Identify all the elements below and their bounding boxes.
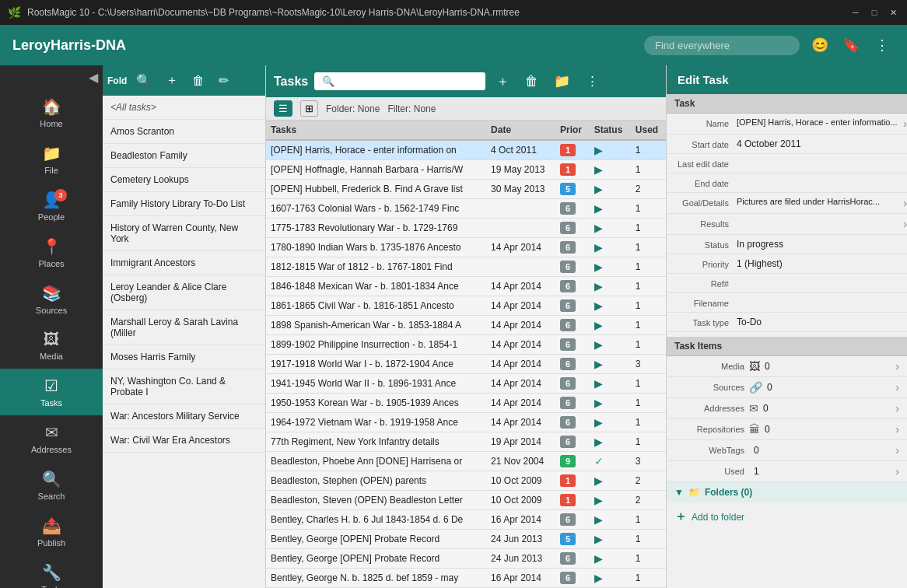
col-used[interactable]: Used [631,121,666,140]
collapse-sidebar-button[interactable]: ◀ [89,70,98,85]
status-cell: ▶ [590,316,631,335]
status-cell: ▶ [590,219,631,238]
table-row[interactable]: 1812-1815 War of 1812 - b. 1767-1801 Fin… [266,257,666,277]
maximize-button[interactable]: □ [868,6,881,19]
edit-toolbar-button[interactable]: ✏ [214,71,233,90]
sidebar-item-sources[interactable]: 📚 Sources [0,276,103,323]
sidebar-item-media[interactable]: 🖼 Media [0,323,103,369]
table-row[interactable]: 1861-1865 Civil War - b. 1816-1851 Ances… [266,296,666,316]
smiley-icon-button[interactable]: 😊 [807,33,832,58]
table-row[interactable]: 1775-1783 Revolutionary War - b. 1729-17… [266,219,666,238]
sidebar-item-places[interactable]: 📍 Places [0,229,103,276]
addresses-item-arrow[interactable]: › [895,402,899,415]
add-folder-row[interactable]: ＋ Add to folder [667,502,907,531]
more-task-button[interactable]: ⋮ [581,71,604,92]
table-row[interactable]: Bentley, George [OPEN] Probate Record24 … [266,530,666,549]
sources-item-arrow[interactable]: › [895,381,899,394]
used-cell: 1 [631,569,666,588]
media-item-arrow[interactable]: › [895,360,899,373]
delete-task-button[interactable]: 🗑 [520,72,543,92]
name-arrow[interactable]: › [903,117,907,130]
table-row[interactable]: [OPEN] Hubbell, Frederick B. Find A Grav… [266,180,666,199]
table-row[interactable]: 1899-1902 Philippine Insurrection - b. 1… [266,335,666,355]
search-toolbar-button[interactable]: 🔍 [131,71,156,90]
table-row[interactable]: 1941-1945 World War II - b. 1896-1931 An… [266,374,666,394]
used-item-arrow[interactable]: › [895,465,899,478]
home-icon: 🏠 [42,97,61,116]
table-row[interactable]: 1964-1972 Vietnam War - b. 1919-1958 Anc… [266,413,666,432]
list-item-moses-harris[interactable]: Moses Harris Family [103,345,265,369]
table-row[interactable]: 1917-1918 World War I - b. 1872-1904 Anc… [266,355,666,374]
repositories-item-arrow[interactable]: › [895,423,899,436]
sidebar-item-file[interactable]: 📁 File [0,136,103,183]
field-status: Status In progress [667,235,907,254]
list-item-ancestors-military[interactable]: War: Ancestors Military Service [103,404,265,429]
sidebar-item-addresses[interactable]: ✉ Addresses [0,415,103,462]
window-controls: ─ □ ✕ [849,6,899,19]
webtags-item-arrow[interactable]: › [895,444,899,457]
find-everywhere-input[interactable] [644,36,800,55]
table-row[interactable]: Beadleston, Stephen (OPEN) parents10 Oct… [266,471,666,491]
sidebar-label-tasks: Tasks [40,398,62,408]
status-cell: ▶ [590,432,631,452]
table-row[interactable]: [OPEN] Hoffnagle, Hannah Barbara - Harri… [266,160,666,180]
list-item[interactable]: NY, Washington Co. Land & Probate I [103,369,265,404]
results-arrow[interactable]: › [903,218,907,230]
table-row[interactable]: Beadleston, Steven (OPEN) Beadleston Let… [266,491,666,510]
list-item[interactable]: Beadleston Family [103,144,265,168]
delete-toolbar-button[interactable]: 🗑 [187,72,209,90]
task-cell: 1941-1945 World War II - b. 1896-1931 An… [266,374,486,394]
table-row[interactable]: 1846-1848 Mexican War - b. 1801-1834 Anc… [266,277,666,296]
table-row[interactable]: Beadleston, Phoebe Ann [DONE] Harrisena … [266,452,666,471]
table-row[interactable]: 1607-1763 Colonial Wars - b. 1562-1749 F… [266,199,666,219]
list-item[interactable]: Marshall Leroy & Sarah Lavina (Miller [103,310,265,345]
table-row[interactable]: Bentley, Charles H. b. 6 Jul 1843-1854 d… [266,510,666,530]
date-cell: 14 Apr 2014 [486,238,555,257]
col-tasks[interactable]: Tasks [266,121,486,140]
table-row[interactable]: Bentley, George N. b. 1825 d. bef 1859 -… [266,569,666,588]
tasks-search-input[interactable] [314,72,485,90]
table-row[interactable]: 1898 Spanish-American War - b. 1853-1884… [266,316,666,335]
sidebar-item-people[interactable]: 👤 3 People [0,183,103,229]
list-item[interactable]: Amos Scranton [103,120,265,144]
table-row[interactable]: 1780-1890 Indian Wars b. 1735-1876 Ances… [266,238,666,257]
folder-task-button[interactable]: 📁 [549,71,575,92]
more-options-button[interactable]: ⋮ [870,33,895,58]
list-view-button[interactable]: ☰ [274,100,292,117]
table-row[interactable]: 1950-1953 Korean War - b. 1905-1939 Ance… [266,394,666,413]
table-row[interactable]: 77th Regiment, New York Infantry details… [266,432,666,452]
grid-view-button[interactable]: ⊞ [300,100,318,117]
field-name: Name [OPEN] Harris, Horace - enter infor… [667,114,907,135]
sidebar-item-tools[interactable]: 🔧 Tools [0,555,103,588]
task-cell: 1861-1865 Civil War - b. 1816-1851 Ances… [266,296,486,316]
sidebar-item-search[interactable]: 🔍 Search [0,462,103,509]
close-button[interactable]: ✕ [887,6,899,19]
date-cell: 10 Oct 2009 [486,471,555,491]
all-tasks-item[interactable]: <All tasks> [103,96,265,120]
table-row[interactable]: Bentley, George [OPEN] Probate Record24 … [266,549,666,569]
priority-cell: 5 [555,530,590,549]
field-ref: Ref# [667,274,907,293]
list-item[interactable]: War: Civil War Era Ancestors [103,429,265,453]
sidebar-item-publish[interactable]: 📤 Publish [0,509,103,555]
list-item[interactable]: Cemetery Lookups [103,168,265,192]
media-item-count: 0 [765,361,895,372]
col-status[interactable]: Status [590,121,631,140]
add-task-button[interactable]: ＋ [492,70,514,93]
folders-label: Folders (0) [705,487,752,498]
bookmark-icon-button[interactable]: 🔖 [839,33,863,58]
folders-expand-icon[interactable]: ▼ [674,487,684,498]
list-item[interactable]: Leroy Leander & Alice Clare (Osberg) [103,275,265,310]
used-item-label: Used [674,467,744,476]
minimize-button[interactable]: ─ [849,6,862,19]
list-item[interactable]: History of Warren County, New York [103,216,265,251]
sidebar-item-tasks[interactable]: ☑ Tasks [0,369,103,415]
table-row[interactable]: [OPEN] Harris, Horace - enter informatio… [266,140,666,160]
list-item[interactable]: Immigrant Ancestors [103,251,265,275]
sidebar-item-home[interactable]: 🏠 Home [0,89,103,136]
goal-arrow[interactable]: › [903,197,907,209]
list-item[interactable]: Family History Library To-Do List [103,192,265,216]
add-toolbar-button[interactable]: ＋ [161,70,183,91]
col-priority[interactable]: Prior [555,121,590,140]
col-date[interactable]: Date [486,121,555,140]
